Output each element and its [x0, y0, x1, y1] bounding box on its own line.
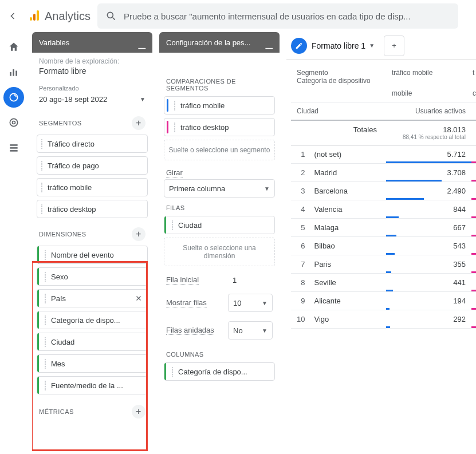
comparison-chip[interactable]: tráfico mobile: [164, 96, 275, 115]
city-cell: Malaga: [308, 219, 386, 237]
nav-configure-icon[interactable]: [3, 137, 24, 158]
dimension-chip[interactable]: Ciudad: [37, 333, 148, 351]
value-cell: 543: [386, 237, 471, 255]
chevron-down-icon: ▼: [262, 300, 267, 306]
svg-rect-12: [10, 150, 17, 152]
nav-reports-icon[interactable]: [3, 62, 24, 82]
svg-rect-10: [10, 144, 17, 146]
explore-name-label: Nombre de la exploración:: [37, 57, 148, 65]
search-placeholder: Pruebe a buscar "aumento intermensual de…: [124, 11, 411, 21]
city-cell: (not set): [308, 145, 386, 164]
drop-dimension-zone[interactable]: Suelte o seleccione una dimensión: [164, 238, 275, 266]
row-index: 4: [291, 200, 308, 219]
tab-bar: Formato libre 1 ▼ +: [286, 32, 476, 60]
row-index: 7: [291, 255, 308, 274]
col-metric-label[interactable]: Usuarios activos: [386, 102, 471, 121]
search-bar[interactable]: Pruebe a buscar "aumento intermensual de…: [97, 3, 458, 29]
value-cell: 667: [386, 219, 471, 237]
segment-chip[interactable]: Tráfico directo: [37, 135, 148, 153]
value-bar-secondary: [471, 326, 476, 328]
city-cell: Barcelona: [308, 182, 386, 200]
add-tab-button[interactable]: +: [384, 35, 404, 56]
col-device-2-cut: c: [471, 85, 476, 102]
report-canvas: Formato libre 1 ▼ + Segmento Categoría d…: [286, 32, 476, 454]
show-rows-label: Mostrar filas: [166, 298, 207, 307]
chevron-down-icon: ▼: [264, 185, 270, 192]
search-icon: [105, 10, 117, 22]
svg-point-3: [107, 12, 113, 18]
value-cell: 355: [386, 255, 471, 274]
svg-point-8: [10, 119, 17, 126]
svg-rect-0: [30, 17, 32, 21]
svg-rect-4: [10, 72, 11, 76]
metrics-section-title: MÉTRICAS: [39, 408, 74, 415]
minimize-variables-button[interactable]: _: [139, 36, 145, 49]
comparison-chip[interactable]: tráfico desktop: [164, 118, 275, 136]
columns-section-title: COLUMNAS: [164, 344, 275, 362]
chevron-down-icon: ▼: [140, 96, 145, 102]
nested-rows-label: Filas anidadas: [166, 326, 214, 335]
nav-advertising-icon[interactable]: [3, 112, 24, 133]
segment-chip[interactable]: tráfico desktop: [37, 200, 148, 218]
active-tab[interactable]: Formato libre 1 ▼: [312, 41, 375, 50]
col-device-1: mobile: [386, 85, 471, 102]
dimension-chip[interactable]: Fuente/medio de la ...: [37, 376, 148, 394]
table-row[interactable]: 9Alicante194: [291, 292, 476, 310]
col-city-label: Ciudad: [291, 102, 386, 121]
explore-name-value[interactable]: Formato libre: [37, 65, 148, 82]
table-row[interactable]: 6Bilbao543: [291, 237, 476, 255]
city-cell: Vigo: [308, 310, 386, 329]
drop-segment-zone[interactable]: Suelte o seleccione un segmento: [164, 140, 275, 160]
show-rows-select[interactable]: 10 ▼: [228, 294, 273, 312]
svg-rect-11: [10, 147, 17, 149]
table-row[interactable]: 4Valencia844: [291, 200, 476, 219]
row-index: 5: [291, 219, 308, 237]
minimize-settings-button[interactable]: _: [266, 36, 273, 49]
segment-chip[interactable]: Tráfico de pago: [37, 156, 148, 175]
pivot-label: Girar: [166, 168, 183, 177]
add-metric-button[interactable]: +: [132, 405, 145, 419]
pivot-select[interactable]: Primera columna ▼: [164, 179, 275, 198]
table-row[interactable]: 5Malaga667: [291, 219, 476, 237]
date-range-selector[interactable]: 20 ago-18 sept 2022 ▼: [37, 93, 148, 112]
add-segment-button[interactable]: +: [132, 116, 145, 130]
row-index: 10: [291, 310, 308, 329]
report-table: Segmento Categoría de dispositivo tráfic…: [291, 64, 476, 329]
nav-explore-icon[interactable]: [3, 87, 24, 108]
dimension-chip[interactable]: País: [37, 289, 148, 307]
value-cell: 3.708: [386, 164, 471, 182]
chip-close-icon[interactable]: [135, 294, 143, 302]
table-row[interactable]: 10Vigo292: [291, 310, 476, 329]
svg-rect-2: [37, 10, 39, 21]
analytics-logo-icon: [27, 9, 41, 23]
column-dimension-chip[interactable]: Categoría de dispo...: [164, 362, 275, 381]
city-cell: Paris: [308, 255, 386, 274]
table-row[interactable]: 1(not set)5.712: [291, 145, 476, 164]
dimensions-section-title: DIMENSIONES: [39, 231, 86, 238]
table-row[interactable]: 8Seville441: [291, 274, 476, 292]
row-index: 1: [291, 145, 308, 164]
edit-tab-icon[interactable]: [291, 38, 307, 54]
add-dimension-button[interactable]: +: [132, 227, 145, 241]
value-cell: 441: [386, 274, 471, 292]
nav-home-icon[interactable]: [3, 37, 24, 57]
dimension-chip[interactable]: Mes: [37, 354, 148, 373]
totals-sub: 88,41 % respecto al total: [392, 134, 466, 140]
back-arrow-icon[interactable]: [7, 10, 21, 22]
svg-rect-5: [13, 69, 14, 76]
table-row[interactable]: 3Barcelona2.490: [291, 182, 476, 200]
row-dimension-chip[interactable]: Ciudad: [164, 216, 275, 234]
city-cell: Seville: [308, 274, 386, 292]
nested-rows-select[interactable]: No ▼: [228, 321, 273, 339]
dimension-chip[interactable]: Sexo: [37, 267, 148, 286]
dimension-chip[interactable]: Categoría de dispo...: [37, 311, 148, 329]
value-cell: 2.490: [386, 182, 471, 200]
segment-chip[interactable]: tráfico mobile: [37, 178, 148, 196]
dimension-chip[interactable]: Nombre del evento: [37, 246, 148, 264]
start-row-input[interactable]: 1: [228, 276, 273, 285]
city-cell: Valencia: [308, 200, 386, 219]
svg-rect-1: [33, 14, 36, 21]
table-row[interactable]: 7Paris355: [291, 255, 476, 274]
city-cell: Alicante: [308, 292, 386, 310]
table-row[interactable]: 2Madrid3.708: [291, 164, 476, 182]
